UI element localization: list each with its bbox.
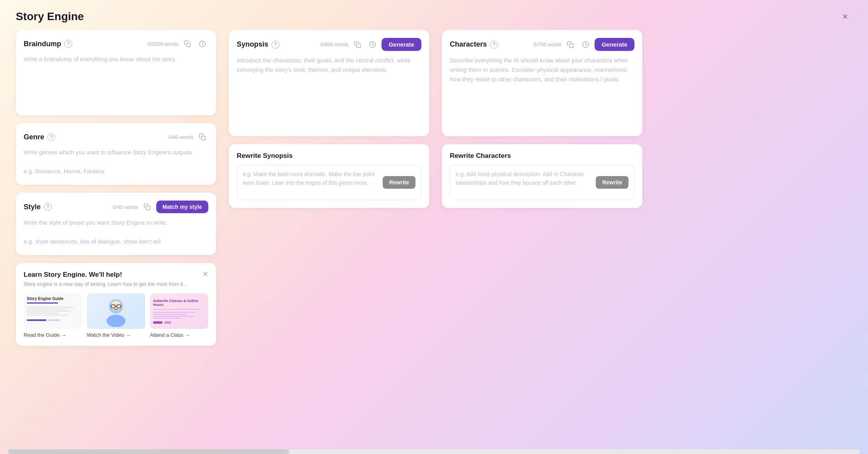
characters-help-icon[interactable]: ? xyxy=(490,41,498,49)
genre-copy-icon xyxy=(199,133,206,141)
guide-line-1 xyxy=(27,307,74,308)
braindump-title-group: Braindump ? xyxy=(24,40,72,48)
synopsis-history-btn[interactable] xyxy=(367,39,378,51)
guide-line-3 xyxy=(27,311,71,311)
scrollbar-track[interactable] xyxy=(8,449,860,454)
column-1: Braindump ? 0/2000 words xyxy=(9,30,223,445)
characters-history-icon xyxy=(582,41,589,48)
synopsis-word-count: 0/800 words xyxy=(320,41,348,47)
class-row-2 xyxy=(153,314,186,315)
characters-copy-btn[interactable] xyxy=(565,39,576,51)
rewrite-characters-input-row: Rewrite xyxy=(450,165,634,200)
style-copy-icon xyxy=(144,203,151,210)
genre-meta: 0/40 words xyxy=(168,131,208,143)
class-thumbnail: Subwrite Classes & Author Hours xyxy=(150,293,208,329)
rewrite-characters-button[interactable]: Rewrite xyxy=(596,176,629,189)
characters-generate-button[interactable]: Generate xyxy=(595,38,634,51)
synopsis-textarea[interactable] xyxy=(237,56,421,127)
guide-bottom-bar xyxy=(27,319,79,321)
characters-textarea[interactable] xyxy=(450,56,634,127)
characters-title-group: Characters ? xyxy=(450,40,498,49)
learn-title: Learn Story Engine. We'll help! xyxy=(24,271,208,279)
characters-meta: 0/700 words xyxy=(533,38,634,51)
scrollbar-thumb[interactable] xyxy=(8,449,289,454)
columns-container: Braindump ? 0/2000 words xyxy=(0,30,868,452)
guide-thumb-item[interactable]: Story Engine Guide xyxy=(24,293,82,338)
guide-line-5 xyxy=(27,315,69,315)
class-label: Attend a Class → xyxy=(150,332,208,338)
braindump-help-icon[interactable]: ? xyxy=(64,40,72,48)
class-row-4 xyxy=(153,318,181,319)
learn-subtitle: Story engine is a new way of writing. Le… xyxy=(24,281,208,287)
class-thumb-item[interactable]: Subwrite Classes & Author Hours xyxy=(150,293,208,338)
video-thumb-item[interactable]: Watch the Video → xyxy=(87,293,145,338)
style-textarea[interactable] xyxy=(24,218,208,246)
rewrite-synopsis-textarea[interactable] xyxy=(243,170,378,193)
class-divider xyxy=(153,309,200,310)
svg-rect-0 xyxy=(187,43,191,47)
guide-bar-1 xyxy=(27,319,47,321)
braindump-word-count: 0/2000 words xyxy=(148,41,178,47)
class-content: Subwrite Classes & Author Hours xyxy=(150,293,208,329)
match-style-button[interactable]: Match my style xyxy=(156,201,208,213)
synopsis-help-icon[interactable]: ? xyxy=(271,41,279,49)
class-rows xyxy=(153,312,200,324)
characters-header: Characters ? 0/700 words xyxy=(450,38,634,51)
rewrite-synopsis-button[interactable]: Rewrite xyxy=(383,176,415,189)
characters-copy-icon xyxy=(567,41,574,48)
close-button[interactable]: × xyxy=(838,9,852,24)
svg-rect-3 xyxy=(146,206,150,210)
style-copy-btn[interactable] xyxy=(141,201,153,213)
rewrite-synopsis-input-row: Rewrite xyxy=(237,165,421,200)
rewrite-characters-textarea[interactable] xyxy=(456,170,591,193)
rewrite-synopsis-title: Rewrite Synopsis xyxy=(237,152,421,160)
class-tag-2 xyxy=(164,321,171,324)
column-3: Characters ? 0/700 words xyxy=(436,30,649,445)
genre-title-group: Genre ? xyxy=(24,133,55,141)
video-person-svg xyxy=(100,295,132,327)
braindump-history-btn[interactable] xyxy=(196,38,208,50)
learn-thumbnails: Story Engine Guide xyxy=(24,293,208,338)
braindump-textarea[interactable] xyxy=(24,54,208,106)
style-meta: 0/40 words Match my style xyxy=(113,201,208,213)
learn-card: ✕ Learn Story Engine. We'll help! Story … xyxy=(16,263,216,346)
svg-rect-10 xyxy=(357,43,361,47)
svg-rect-12 xyxy=(570,43,574,47)
characters-card: Characters ? 0/700 words xyxy=(442,30,642,136)
svg-rect-2 xyxy=(202,136,206,140)
characters-title: Characters xyxy=(450,40,487,49)
rewrite-synopsis-section: Rewrite Synopsis Rewrite xyxy=(229,144,429,208)
rewrite-characters-title: Rewrite Characters xyxy=(450,152,634,160)
app-title: Story Engine xyxy=(16,10,84,23)
synopsis-copy-icon xyxy=(354,41,361,48)
style-card: Style ? 0/40 words Match xyxy=(16,193,216,255)
genre-card: Genre ? 0/40 words xyxy=(16,123,216,185)
synopsis-title-group: Synopsis ? xyxy=(237,40,279,49)
style-title-group: Style ? xyxy=(24,203,52,211)
braindump-header: Braindump ? 0/2000 words xyxy=(24,38,208,50)
learn-close-button[interactable]: ✕ xyxy=(200,268,211,280)
guide-lines xyxy=(27,307,79,315)
rewrite-characters-section: Rewrite Characters Rewrite xyxy=(442,144,642,208)
genre-title: Genre xyxy=(24,133,44,141)
style-help-icon[interactable]: ? xyxy=(44,203,52,211)
genre-textarea[interactable] xyxy=(24,148,208,175)
app-container: Story Engine × Braindump ? 0/2000 words xyxy=(0,0,868,454)
guide-line-accent xyxy=(27,302,58,304)
class-thumb-title: Subwrite Classes & Author Hours xyxy=(153,299,205,307)
synopsis-meta: 0/800 words xyxy=(320,38,421,51)
class-row-3 xyxy=(153,316,193,317)
genre-help-icon[interactable]: ? xyxy=(47,133,55,141)
genre-copy-btn[interactable] xyxy=(196,131,208,143)
guide-line-4 xyxy=(27,313,58,313)
characters-history-btn[interactable] xyxy=(580,39,591,51)
guide-label: Read the Guide → xyxy=(24,332,82,338)
braindump-meta: 0/2000 words xyxy=(148,38,208,50)
guide-thumbnail-content: Story Engine Guide xyxy=(24,293,82,329)
class-tag-1 xyxy=(153,321,163,324)
braindump-title: Braindump xyxy=(24,40,61,48)
braindump-copy-btn[interactable] xyxy=(181,38,193,50)
synopsis-title: Synopsis xyxy=(237,40,268,49)
synopsis-generate-button[interactable]: Generate xyxy=(382,38,421,51)
synopsis-copy-btn[interactable] xyxy=(352,39,363,51)
